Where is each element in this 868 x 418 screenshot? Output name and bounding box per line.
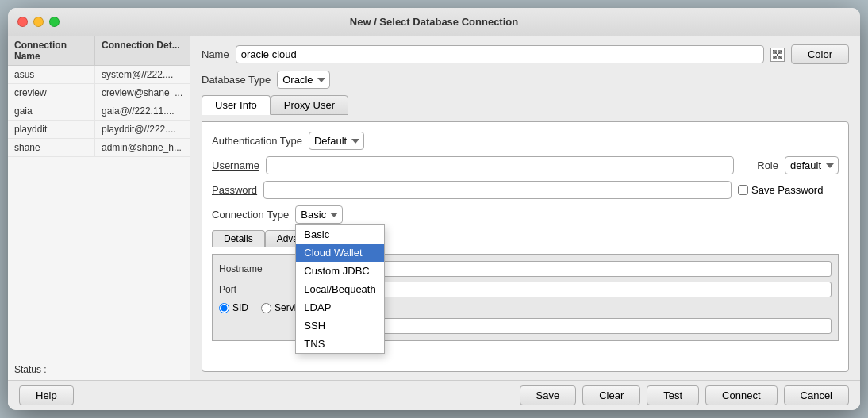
dialog-title: New / Select Database Connection [350, 16, 518, 28]
sid-label: SID [232, 302, 248, 313]
conn-type-option-ldap[interactable]: LDAP [296, 298, 383, 316]
test-button[interactable]: Test [647, 385, 699, 405]
sidebar-row[interactable]: gaiagaia@//222.11.... [8, 102, 190, 121]
password-row: Password Save Password [212, 181, 839, 199]
password-input[interactable] [263, 181, 732, 199]
conn-type-option-ssh[interactable]: SSH [296, 316, 383, 335]
close-button[interactable] [17, 17, 28, 27]
sidebar-cell-detail: creview@shane_... [95, 84, 190, 102]
sidebar-header: Connection Name Connection Det... [8, 36, 190, 66]
sid-radio[interactable] [219, 303, 229, 313]
sidebar-row[interactable]: creviewcreview@shane_... [8, 84, 190, 102]
conn-type-option-cloud-wallet[interactable]: Cloud Wallet [296, 244, 383, 262]
auth-type-row: Authentication Type Default [212, 132, 839, 150]
sidebar-cell-detail: playddit@//222.... [95, 121, 190, 138]
sidebar-row[interactable]: shaneadmin@shane_h... [8, 139, 190, 157]
sidebar-cell-detail: system@//222.... [95, 66, 190, 83]
tab-proxy-user[interactable]: Proxy User [271, 95, 348, 115]
sidebar: Connection Name Connection Det... asussy… [8, 36, 190, 380]
db-type-label: Database Type [202, 74, 271, 86]
window-controls [17, 17, 60, 27]
title-bar: New / Select Database Connection [8, 8, 860, 36]
sidebar-cell-name: asus [8, 66, 95, 83]
conn-type-dropdown-menu: Basic Cloud Wallet Custom JDBC Local/Beq… [295, 224, 384, 354]
auth-type-label: Authentication Type [212, 135, 302, 147]
auth-type-select[interactable]: Default [309, 132, 364, 150]
conn-type-option-local-bequeath[interactable]: Local/Bequeath [296, 280, 383, 298]
db-type-select[interactable]: Oracle [277, 71, 330, 89]
hostname-label: Hostname [219, 263, 298, 274]
dialog: New / Select Database Connection Connect… [8, 8, 860, 410]
role-label: Role [757, 159, 778, 171]
sidebar-col2-header: Connection Det... [95, 36, 190, 65]
conn-type-option-custom-jdbc[interactable]: Custom JDBC [296, 262, 383, 280]
color-button[interactable]: Color [791, 44, 849, 64]
username-input[interactable] [266, 156, 734, 174]
username-label: Username [212, 159, 259, 171]
save-password-checkbox[interactable] [738, 185, 748, 195]
service-name-radio[interactable] [261, 303, 271, 313]
tab-content: Authentication Type Default Username Rol… [202, 121, 849, 372]
connect-button[interactable]: Connect [705, 385, 777, 405]
inner-tab-details[interactable]: Details [212, 230, 265, 247]
sidebar-status: Status : [8, 359, 190, 380]
conn-type-option-tns[interactable]: TNS [296, 335, 383, 353]
conn-type-label: Connection Type [212, 209, 289, 221]
db-type-row: Database Type Oracle [202, 71, 849, 89]
name-input[interactable] [236, 45, 764, 63]
sidebar-row[interactable]: playdditplayddit@//222.... [8, 121, 190, 139]
sidebar-cell-detail: admin@shane_h... [95, 139, 190, 156]
maximize-button[interactable] [49, 17, 60, 27]
help-button[interactable]: Help [19, 385, 74, 405]
sid-radio-item: SID [219, 302, 248, 313]
name-label: Name [202, 48, 229, 60]
sidebar-cell-name: shane [8, 139, 95, 156]
minimize-button[interactable] [33, 17, 44, 27]
password-label: Password [212, 184, 257, 196]
bottom-bar: Help Save Clear Test Connect Cancel [8, 380, 860, 410]
sidebar-col1-header: Connection Name [8, 36, 95, 65]
cancel-button[interactable]: Cancel [784, 385, 849, 405]
conn-type-option-basic[interactable]: Basic [296, 225, 383, 244]
sidebar-row[interactable]: asussystem@//222.... [8, 66, 190, 84]
sidebar-rows: asussystem@//222....creviewcreview@shane… [8, 66, 190, 359]
color-swatch-icon[interactable] [770, 48, 785, 62]
save-button[interactable]: Save [520, 385, 577, 405]
name-row: Name Color [202, 44, 849, 64]
username-row: Username Role default [212, 156, 839, 174]
sidebar-cell-name: creview [8, 84, 95, 102]
conn-type-row: Connection Type Basic Basic Cloud Wallet… [212, 205, 839, 224]
tab-user-info[interactable]: User Info [202, 95, 271, 115]
conn-type-select[interactable]: Basic [295, 205, 343, 224]
sidebar-cell-name: gaia [8, 102, 95, 120]
sidebar-cell-detail: gaia@//222.11.... [95, 102, 190, 120]
conn-type-dropdown-wrapper: Basic Basic Cloud Wallet Custom JDBC Loc… [295, 205, 343, 224]
color-picker-icon [772, 49, 783, 60]
right-panel: Name Color Database Type Oracle User Inf… [190, 36, 860, 380]
clear-button[interactable]: Clear [582, 385, 640, 405]
role-select[interactable]: default [785, 156, 839, 174]
main-content: Connection Name Connection Det... asussy… [8, 36, 860, 380]
save-password-label: Save Password [751, 184, 823, 196]
main-tabs: User Info Proxy User [202, 95, 849, 115]
sidebar-cell-name: playddit [8, 121, 95, 138]
save-password-row: Save Password [738, 184, 823, 196]
port-label: Port [219, 284, 298, 295]
